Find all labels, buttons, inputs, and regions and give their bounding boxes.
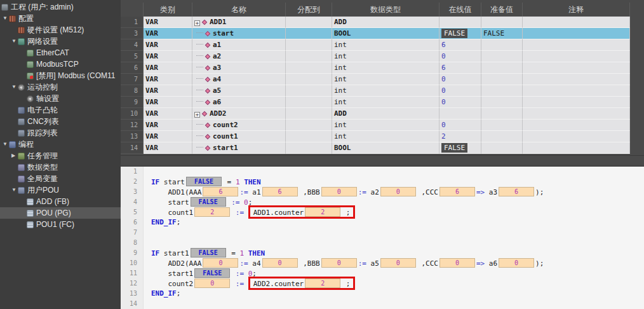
- variable-table-header: 类别名称分配到数据类型在线值准备值注释: [121, 3, 630, 17]
- table-row-a5[interactable]: 8VARa5int0: [121, 85, 630, 97]
- online-false-badge[interactable]: FALSE: [441, 29, 467, 38]
- cell-name: a1: [192, 39, 286, 51]
- sidebar-item-label: 运动控制: [27, 81, 58, 93]
- inline-number-value-badge[interactable]: 0: [194, 278, 230, 288]
- table-row-ADD2[interactable]: 10VAR+ADD2ADD: [121, 108, 630, 120]
- variable-table: 类别名称分配到数据类型在线值准备值注释 1VAR+ADD1ADD3VARstar…: [121, 3, 630, 154]
- inline-number-value-badge[interactable]: 2: [194, 207, 230, 217]
- code-line-text: ADD2(AAA0:= a40 ,BBB0:= a50 ,CCC0=> a60)…: [144, 258, 544, 268]
- inline-number-value-badge[interactable]: 6: [262, 187, 298, 196]
- expander-down-icon[interactable]: ▼: [11, 36, 18, 47]
- table-row-a1[interactable]: 4VARa1int6: [121, 39, 630, 51]
- sidebar-item-data-types[interactable]: 数据类型: [0, 161, 121, 173]
- inline-number-value-badge[interactable]: 6: [203, 187, 238, 196]
- sidebar-item-programming[interactable]: ▼编程: [0, 139, 121, 150]
- online-false-badge[interactable]: FALSE: [441, 143, 467, 153]
- table-row-count1[interactable]: 13VARcount1int2: [121, 131, 630, 142]
- cell-name: start: [192, 28, 286, 39]
- inline-bool-value-badge[interactable]: FALSE: [194, 268, 230, 278]
- sidebar-item-modbustcp[interactable]: ModbusTCP: [0, 58, 121, 70]
- code-line-3: 3 ADD1(AAA6:= a16 ,BBB0:= a20 ,CCC6=> a3…: [121, 187, 644, 197]
- code-line-text: count12 := ADD1.counter2 ;: [144, 207, 355, 217]
- expander-down-icon[interactable]: ▼: [11, 184, 18, 196]
- sidebar-item-task-management[interactable]: ▶任务管理: [0, 150, 121, 161]
- sidebar-item-network-settings[interactable]: ▼网络设置: [0, 36, 121, 47]
- code-token: ,CCC: [417, 259, 438, 268]
- cell-comment: [523, 17, 630, 28]
- expander-right-icon[interactable]: ▶: [11, 150, 18, 161]
- cell-comment: [523, 108, 630, 120]
- table-row-a2[interactable]: 5VARa2int0: [121, 51, 630, 62]
- horizontal-splitter[interactable]: [121, 155, 644, 167]
- sidebar-item-label: 任务管理: [27, 150, 58, 161]
- table-row-ADD1[interactable]: 1VAR+ADD1ADD: [121, 17, 630, 28]
- inline-number-value-badge[interactable]: 0: [203, 258, 238, 268]
- code-token: a4: [248, 259, 261, 268]
- cell-online-value: [439, 108, 481, 120]
- sidebar-item-modbus-disabled[interactable]: [禁用] Modbus (COM11: [0, 70, 121, 81]
- column-header-rownum: [121, 3, 144, 17]
- line-number: 10: [121, 258, 144, 268]
- inline-number-value-badge[interactable]: 2: [305, 278, 340, 288]
- inline-number-value-badge[interactable]: 2: [305, 207, 340, 217]
- inline-number-value-badge[interactable]: 6: [499, 187, 534, 196]
- sidebar-item-motion-control[interactable]: ▼运动控制: [0, 81, 121, 93]
- tree-connector: [196, 44, 203, 45]
- code-token: ,BBB: [299, 188, 320, 196]
- expander-down-icon[interactable]: ▼: [11, 81, 18, 93]
- task-icon: [18, 153, 25, 160]
- code-line-text: [144, 228, 151, 238]
- sidebar-item-user-pou[interactable]: ▼用户POU: [0, 184, 121, 196]
- table-row-a3[interactable]: 6VARa3int6: [121, 62, 630, 74]
- inline-number-value-badge[interactable]: 0: [262, 258, 298, 268]
- code-token: =: [223, 178, 236, 186]
- line-number: 9: [121, 248, 144, 258]
- inline-number-value-badge[interactable]: 0: [499, 258, 534, 268]
- inline-bool-value-badge[interactable]: FALSE: [191, 248, 226, 258]
- sidebar-item-pou-pg[interactable]: POU (PG): [0, 207, 121, 219]
- inline-number-value-badge[interactable]: 0: [380, 187, 416, 196]
- sidebar-item-label: CNC列表: [27, 116, 59, 127]
- error-highlight-box: ADD1.counter2 ;: [248, 205, 356, 219]
- inline-number-value-badge[interactable]: 0: [380, 258, 416, 268]
- network-icon: [18, 38, 25, 45]
- expand-toggle-icon[interactable]: +: [194, 112, 200, 118]
- sidebar-item-hardware-settings[interactable]: 硬件设置 (M512): [0, 24, 121, 36]
- table-row-a4[interactable]: 7VARa4int0: [121, 74, 630, 85]
- table-row-start[interactable]: 3VARstartBOOLFALSEFALSE: [121, 28, 630, 39]
- pou-icon: [27, 221, 34, 228]
- sidebar-item-pou1-fc[interactable]: POU1 (FC): [0, 219, 121, 230]
- sidebar-item-project-root[interactable]: 工程 (用户: admin): [0, 1, 121, 13]
- expander-down-icon[interactable]: ▼: [3, 13, 9, 24]
- st-code-editor[interactable]: 12IF startFALSE = 1 THEN3 ADD1(AAA6:= a1…: [121, 167, 644, 309]
- program-icon: [9, 141, 16, 148]
- sidebar-item-global-variables[interactable]: 全局变量: [0, 173, 121, 184]
- cell-prepared-value: [481, 131, 523, 142]
- sidebar-item-electronic-cam[interactable]: 电子凸轮: [0, 104, 121, 116]
- code-token: 0: [244, 198, 248, 207]
- table-row-a6[interactable]: 9VARa6int0: [121, 97, 630, 108]
- table-row-count2[interactable]: 12VARcount2int0: [121, 120, 630, 131]
- cell-comment: [523, 62, 630, 74]
- sidebar-item-config[interactable]: ▼配置: [0, 13, 121, 24]
- variable-diamond-icon: [205, 53, 210, 58]
- inline-bool-value-badge[interactable]: FALSE: [186, 177, 222, 186]
- sidebar-item-axis-settings[interactable]: 轴设置: [0, 93, 121, 104]
- sidebar-item-cnc-list[interactable]: CNC列表: [0, 116, 121, 127]
- expander-down-icon[interactable]: ▼: [3, 139, 9, 150]
- code-line-text: IF start1FALSE = 1 THEN: [144, 248, 265, 258]
- expand-toggle-icon[interactable]: +: [194, 20, 200, 26]
- code-token: ADD2.counter: [253, 280, 304, 288]
- sidebar-item-trace-list[interactable]: 跟踪列表: [0, 127, 121, 139]
- sidebar-item-add-fb[interactable]: ADD (FB): [0, 196, 121, 207]
- inline-number-value-badge[interactable]: 0: [439, 258, 475, 268]
- inline-number-value-badge[interactable]: 6: [439, 187, 475, 196]
- variable-name: ADD1: [210, 18, 227, 26]
- sidebar-item-ethercat[interactable]: EtherCAT: [0, 47, 121, 58]
- table-row-start1[interactable]: 14VARstart1BOOLFALSE: [121, 142, 630, 154]
- inline-number-value-badge[interactable]: 0: [321, 258, 357, 268]
- inline-bool-value-badge[interactable]: FALSE: [191, 197, 226, 207]
- online-number: 0: [441, 75, 446, 83]
- inline-number-value-badge[interactable]: 0: [321, 187, 357, 196]
- variable-diamond-icon: [205, 99, 210, 104]
